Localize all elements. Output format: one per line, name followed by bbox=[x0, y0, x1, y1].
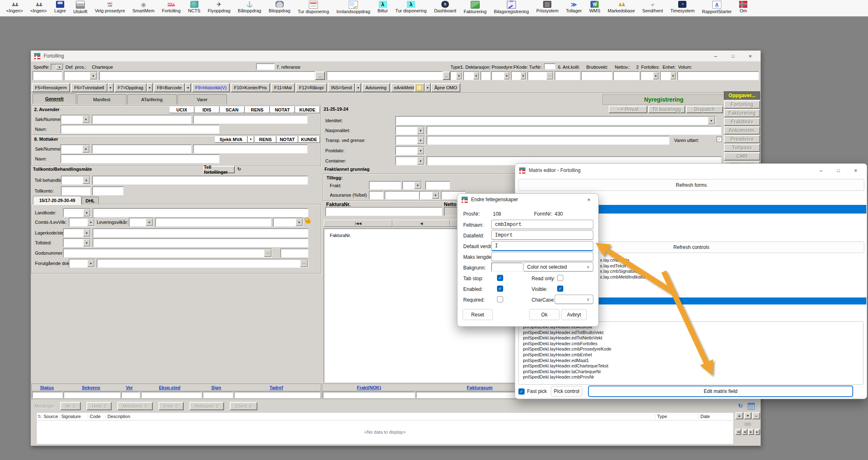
maximize-icon[interactable]: □ bbox=[726, 52, 740, 60]
avbryt-button[interactable]: Avbryt bbox=[561, 309, 587, 320]
referanse-input[interactable] bbox=[327, 71, 443, 80]
mottaker-action-button[interactable]: NOTAT bbox=[276, 136, 298, 143]
col-tadref[interactable]: Tadref bbox=[232, 385, 321, 390]
tab-stop-checkbox[interactable]: ✓ bbox=[497, 275, 503, 281]
tab-atarifering[interactable]: ATarifering bbox=[127, 94, 177, 105]
col-frakt-nok[interactable]: Frakt(NOK) bbox=[322, 385, 415, 390]
deklarasjon-input[interactable] bbox=[481, 71, 490, 80]
volum-input[interactable] bbox=[677, 71, 759, 80]
tab-manifest[interactable]: Manifest bbox=[77, 94, 126, 105]
browse-icon[interactable]: ⋯ bbox=[546, 72, 553, 79]
toolbar-item[interactable]: Om bbox=[735, 1, 751, 13]
toolbar-item[interactable]: Markedsbase bbox=[604, 1, 639, 13]
grid-columns-icon[interactable] bbox=[748, 403, 755, 410]
tab-tollkonto-1[interactable]: 15/17-20-29-30-49 bbox=[33, 196, 82, 204]
mottaker-navn-input[interactable] bbox=[61, 154, 219, 163]
fakturanr-input[interactable] bbox=[325, 207, 442, 216]
avsender-action-button[interactable]: RENS bbox=[245, 106, 270, 113]
tollsted-combo[interactable]: ▼ bbox=[63, 238, 91, 247]
privat-button[interactable]: --> Privat bbox=[609, 106, 647, 113]
fkode-combo[interactable]: ▼ bbox=[511, 71, 527, 80]
mottaker-nummer2-input[interactable] bbox=[193, 144, 308, 153]
toolbar-item[interactable]: Biltur bbox=[374, 1, 392, 13]
field-list-item[interactable]: pnlSpedDekl.layHeader.edChartequeTekst bbox=[523, 363, 863, 369]
minimize-icon[interactable]: – bbox=[814, 166, 828, 174]
task-button[interactable]: Fakturering bbox=[724, 109, 760, 117]
assuranse-input[interactable] bbox=[385, 191, 419, 200]
chevron-down-icon[interactable]: ▼ bbox=[83, 177, 90, 184]
function-key-button[interactable]: F10=Konter/Pris bbox=[231, 83, 270, 92]
toolbar-item[interactable]: RapportStarter bbox=[698, 1, 735, 14]
godsnummer-input[interactable]: ⋯ bbox=[63, 249, 272, 258]
leveringsvilkar-combo[interactable]: ▼ bbox=[129, 218, 154, 227]
function-key-button[interactable]: F9=Historikk(V) bbox=[192, 83, 230, 92]
fortolles-combo[interactable]: ▼ bbox=[640, 71, 659, 80]
chevron-down-icon[interactable]: ▼ bbox=[87, 260, 94, 267]
task-button[interactable]: Fraktbrev bbox=[724, 118, 760, 126]
dispatch-button[interactable]: Dispatch bbox=[686, 106, 723, 113]
tell-fortollinger-button[interactable]: Tell fortollinger bbox=[203, 166, 235, 173]
first-page-icon[interactable]: |◀◀ bbox=[324, 220, 392, 227]
col-date[interactable]: Date bbox=[698, 414, 733, 419]
mottaker-action-button[interactable]: RENS bbox=[254, 136, 276, 143]
required-checkbox[interactable] bbox=[497, 296, 503, 302]
assuranse-combo[interactable]: ▼ bbox=[419, 191, 440, 200]
toolbar-item[interactable]: SmartMem bbox=[129, 1, 159, 13]
function-key-button[interactable]: F8=Barcode bbox=[154, 83, 185, 92]
maximize-icon[interactable]: □ bbox=[831, 166, 845, 174]
type-combo[interactable]: ▼ bbox=[450, 71, 462, 80]
chevron-down-icon[interactable]: ▼ bbox=[425, 83, 431, 92]
assuranse-pct-input[interactable] bbox=[369, 191, 383, 200]
chevron-down-icon[interactable]: ▼ bbox=[107, 83, 114, 92]
avsender-action-button[interactable]: SCAN bbox=[219, 106, 245, 113]
feltnavn-input[interactable]: cmbImport bbox=[491, 220, 593, 229]
col-type[interactable]: Type bbox=[655, 414, 698, 419]
mottaker-action-button[interactable]: KUNDE bbox=[298, 136, 320, 143]
toolbar-item[interactable]: Innlandsoppdrag bbox=[333, 1, 374, 14]
forutgaende-input[interactable]: ⋯ bbox=[97, 259, 308, 268]
counter-button[interactable]: Hold: 0 bbox=[86, 402, 112, 410]
toolbar-item[interactable]: NCTS bbox=[184, 1, 204, 13]
counter-button[interactable]: Released: 0 bbox=[189, 402, 224, 410]
pick-control-button[interactable]: Pick control bbox=[551, 386, 582, 397]
counter-button[interactable]: Client: 0 bbox=[230, 402, 257, 410]
avsender-action-button[interactable]: NOTAT bbox=[270, 106, 295, 113]
tab-varer[interactable]: Varer bbox=[177, 94, 227, 105]
task-button[interactable]: Preadvice bbox=[724, 135, 760, 143]
chevron-down-icon[interactable]: ▼ bbox=[708, 117, 715, 124]
last-icon[interactable]: ▶| bbox=[755, 429, 761, 435]
chevron-down-icon[interactable]: ▼ bbox=[247, 136, 254, 143]
transp-input[interactable] bbox=[427, 136, 670, 145]
function-key-button[interactable]: INS=Send bbox=[328, 83, 355, 92]
toolbar-item[interactable]: Tur disponering bbox=[294, 1, 333, 14]
col-ekspsted[interactable]: Eksp.sted bbox=[139, 385, 201, 390]
col-sign[interactable]: Sign bbox=[201, 385, 232, 390]
function-key-button[interactable]: Advisering bbox=[362, 83, 390, 92]
control-list-item[interactable]: x.lay.edTekst bbox=[600, 263, 863, 269]
chevron-down-icon[interactable]: ▼ bbox=[83, 209, 90, 216]
task-button[interactable]: Tollpass bbox=[724, 144, 760, 152]
col-sekvens[interactable]: Sekvens bbox=[62, 385, 120, 390]
chevron-down-icon[interactable]: ▼ bbox=[456, 72, 462, 79]
refresh-forms-button[interactable]: Refresh forms bbox=[518, 179, 864, 191]
chevron-down-icon[interactable]: ▼ bbox=[147, 83, 153, 92]
paste-icon-button[interactable] bbox=[414, 83, 425, 92]
task-button[interactable]: CMR bbox=[724, 152, 760, 160]
til-backlogg-button[interactable]: Til backlogg bbox=[648, 106, 685, 113]
chevron-down-icon[interactable]: ▼ bbox=[414, 182, 421, 189]
leveringsvilkar-input[interactable] bbox=[155, 218, 271, 227]
spednr-input[interactable] bbox=[33, 71, 62, 80]
chevron-down-icon[interactable]: ▼ bbox=[432, 192, 439, 199]
field-list-item[interactable]: pnlSpedDekl.layHeader.cmbProsedyreKode bbox=[523, 346, 863, 352]
lock-icon[interactable] bbox=[306, 220, 310, 223]
toolbar-item[interactable]: Utskrift bbox=[70, 1, 91, 14]
col-source[interactable]: Source bbox=[42, 414, 59, 419]
datafield-input[interactable]: Import bbox=[491, 230, 593, 240]
control-list-item[interactable]: x.lay.cmbSignature bbox=[600, 269, 863, 274]
avsender-navn-input[interactable] bbox=[61, 125, 219, 134]
toolbar-item[interactable]: Båtoppdrag bbox=[234, 1, 265, 13]
enhet-combo[interactable]: ▼ bbox=[660, 71, 677, 80]
col-code[interactable]: Code bbox=[88, 414, 105, 419]
chevron-down-icon[interactable]: ▼ bbox=[653, 72, 658, 79]
lagerkode-input[interactable] bbox=[93, 228, 308, 237]
